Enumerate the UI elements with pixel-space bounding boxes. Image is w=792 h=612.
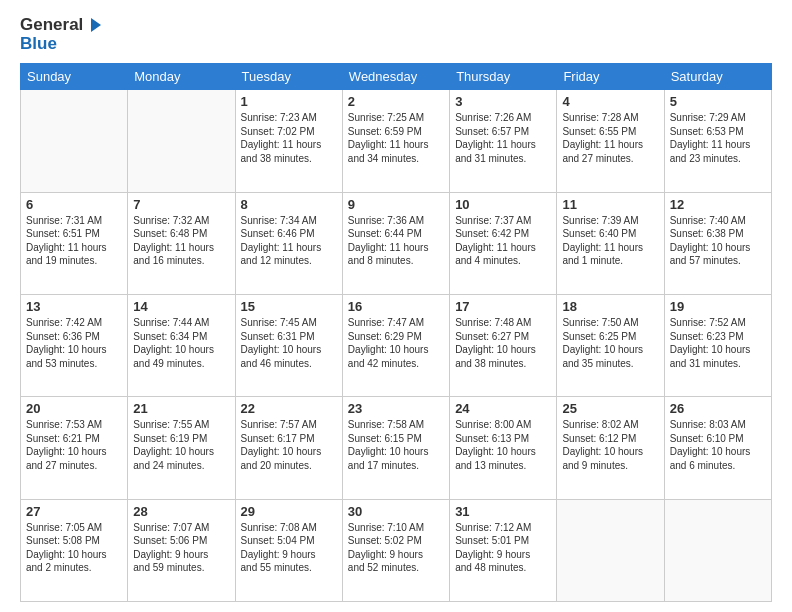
calendar-cell: 14Sunrise: 7:44 AMSunset: 6:34 PMDayligh… (128, 295, 235, 397)
day-number: 15 (241, 299, 337, 314)
day-number: 1 (241, 94, 337, 109)
day-number: 19 (670, 299, 766, 314)
calendar-cell: 13Sunrise: 7:42 AMSunset: 6:36 PMDayligh… (21, 295, 128, 397)
calendar-cell: 23Sunrise: 7:58 AMSunset: 6:15 PMDayligh… (342, 397, 449, 499)
cell-content: Sunrise: 7:10 AMSunset: 5:02 PMDaylight:… (348, 521, 444, 575)
col-header-monday: Monday (128, 64, 235, 90)
day-number: 11 (562, 197, 658, 212)
day-number: 7 (133, 197, 229, 212)
calendar-cell: 8Sunrise: 7:34 AMSunset: 6:46 PMDaylight… (235, 192, 342, 294)
cell-content: Sunrise: 7:53 AMSunset: 6:21 PMDaylight:… (26, 418, 122, 472)
cell-content: Sunrise: 7:34 AMSunset: 6:46 PMDaylight:… (241, 214, 337, 268)
day-number: 12 (670, 197, 766, 212)
cell-content: Sunrise: 7:44 AMSunset: 6:34 PMDaylight:… (133, 316, 229, 370)
logo-blue: Blue (20, 35, 103, 54)
cell-content: Sunrise: 7:45 AMSunset: 6:31 PMDaylight:… (241, 316, 337, 370)
col-header-saturday: Saturday (664, 64, 771, 90)
calendar-cell: 29Sunrise: 7:08 AMSunset: 5:04 PMDayligh… (235, 499, 342, 601)
cell-content: Sunrise: 7:26 AMSunset: 6:57 PMDaylight:… (455, 111, 551, 165)
day-number: 30 (348, 504, 444, 519)
calendar-cell: 10Sunrise: 7:37 AMSunset: 6:42 PMDayligh… (450, 192, 557, 294)
day-number: 21 (133, 401, 229, 416)
cell-content: Sunrise: 7:37 AMSunset: 6:42 PMDaylight:… (455, 214, 551, 268)
calendar-cell (557, 499, 664, 601)
calendar-cell: 12Sunrise: 7:40 AMSunset: 6:38 PMDayligh… (664, 192, 771, 294)
cell-content: Sunrise: 8:02 AMSunset: 6:12 PMDaylight:… (562, 418, 658, 472)
cell-content: Sunrise: 7:39 AMSunset: 6:40 PMDaylight:… (562, 214, 658, 268)
day-number: 20 (26, 401, 122, 416)
calendar-cell: 21Sunrise: 7:55 AMSunset: 6:19 PMDayligh… (128, 397, 235, 499)
cell-content: Sunrise: 7:25 AMSunset: 6:59 PMDaylight:… (348, 111, 444, 165)
cell-content: Sunrise: 7:48 AMSunset: 6:27 PMDaylight:… (455, 316, 551, 370)
calendar-cell: 7Sunrise: 7:32 AMSunset: 6:48 PMDaylight… (128, 192, 235, 294)
day-number: 17 (455, 299, 551, 314)
col-header-thursday: Thursday (450, 64, 557, 90)
day-number: 16 (348, 299, 444, 314)
day-number: 13 (26, 299, 122, 314)
calendar-cell: 15Sunrise: 7:45 AMSunset: 6:31 PMDayligh… (235, 295, 342, 397)
day-number: 22 (241, 401, 337, 416)
calendar-cell: 27Sunrise: 7:05 AMSunset: 5:08 PMDayligh… (21, 499, 128, 601)
day-number: 8 (241, 197, 337, 212)
page: General Blue SundayMondayTuesdayWednesda… (0, 0, 792, 612)
calendar-cell: 11Sunrise: 7:39 AMSunset: 6:40 PMDayligh… (557, 192, 664, 294)
day-number: 29 (241, 504, 337, 519)
cell-content: Sunrise: 7:42 AMSunset: 6:36 PMDaylight:… (26, 316, 122, 370)
day-number: 10 (455, 197, 551, 212)
calendar-cell: 24Sunrise: 8:00 AMSunset: 6:13 PMDayligh… (450, 397, 557, 499)
calendar-cell (21, 90, 128, 192)
calendar-cell: 19Sunrise: 7:52 AMSunset: 6:23 PMDayligh… (664, 295, 771, 397)
day-number: 25 (562, 401, 658, 416)
calendar-cell: 6Sunrise: 7:31 AMSunset: 6:51 PMDaylight… (21, 192, 128, 294)
cell-content: Sunrise: 7:08 AMSunset: 5:04 PMDaylight:… (241, 521, 337, 575)
calendar-cell: 22Sunrise: 7:57 AMSunset: 6:17 PMDayligh… (235, 397, 342, 499)
cell-content: Sunrise: 7:28 AMSunset: 6:55 PMDaylight:… (562, 111, 658, 165)
calendar-table: SundayMondayTuesdayWednesdayThursdayFrid… (20, 63, 772, 602)
calendar-cell: 1Sunrise: 7:23 AMSunset: 7:02 PMDaylight… (235, 90, 342, 192)
cell-content: Sunrise: 8:00 AMSunset: 6:13 PMDaylight:… (455, 418, 551, 472)
cell-content: Sunrise: 7:32 AMSunset: 6:48 PMDaylight:… (133, 214, 229, 268)
header: General Blue (20, 16, 772, 53)
day-number: 2 (348, 94, 444, 109)
logo: General Blue (20, 16, 103, 53)
calendar-cell: 30Sunrise: 7:10 AMSunset: 5:02 PMDayligh… (342, 499, 449, 601)
cell-content: Sunrise: 7:23 AMSunset: 7:02 PMDaylight:… (241, 111, 337, 165)
day-number: 23 (348, 401, 444, 416)
cell-content: Sunrise: 7:58 AMSunset: 6:15 PMDaylight:… (348, 418, 444, 472)
calendar-cell (664, 499, 771, 601)
day-number: 26 (670, 401, 766, 416)
svg-marker-0 (91, 18, 101, 32)
day-number: 14 (133, 299, 229, 314)
calendar-cell: 28Sunrise: 7:07 AMSunset: 5:06 PMDayligh… (128, 499, 235, 601)
cell-content: Sunrise: 7:29 AMSunset: 6:53 PMDaylight:… (670, 111, 766, 165)
col-header-wednesday: Wednesday (342, 64, 449, 90)
day-number: 6 (26, 197, 122, 212)
logo-arrow-icon (85, 16, 103, 34)
day-number: 18 (562, 299, 658, 314)
calendar-cell: 31Sunrise: 7:12 AMSunset: 5:01 PMDayligh… (450, 499, 557, 601)
calendar-cell: 26Sunrise: 8:03 AMSunset: 6:10 PMDayligh… (664, 397, 771, 499)
col-header-tuesday: Tuesday (235, 64, 342, 90)
calendar-header-row: SundayMondayTuesdayWednesdayThursdayFrid… (21, 64, 772, 90)
calendar-week-3: 20Sunrise: 7:53 AMSunset: 6:21 PMDayligh… (21, 397, 772, 499)
cell-content: Sunrise: 7:57 AMSunset: 6:17 PMDaylight:… (241, 418, 337, 472)
cell-content: Sunrise: 7:50 AMSunset: 6:25 PMDaylight:… (562, 316, 658, 370)
cell-content: Sunrise: 7:47 AMSunset: 6:29 PMDaylight:… (348, 316, 444, 370)
day-number: 4 (562, 94, 658, 109)
day-number: 24 (455, 401, 551, 416)
calendar-week-1: 6Sunrise: 7:31 AMSunset: 6:51 PMDaylight… (21, 192, 772, 294)
calendar-cell: 4Sunrise: 7:28 AMSunset: 6:55 PMDaylight… (557, 90, 664, 192)
cell-content: Sunrise: 7:52 AMSunset: 6:23 PMDaylight:… (670, 316, 766, 370)
calendar-cell: 17Sunrise: 7:48 AMSunset: 6:27 PMDayligh… (450, 295, 557, 397)
calendar-cell: 5Sunrise: 7:29 AMSunset: 6:53 PMDaylight… (664, 90, 771, 192)
day-number: 31 (455, 504, 551, 519)
cell-content: Sunrise: 7:07 AMSunset: 5:06 PMDaylight:… (133, 521, 229, 575)
day-number: 5 (670, 94, 766, 109)
cell-content: Sunrise: 8:03 AMSunset: 6:10 PMDaylight:… (670, 418, 766, 472)
cell-content: Sunrise: 7:31 AMSunset: 6:51 PMDaylight:… (26, 214, 122, 268)
cell-content: Sunrise: 7:12 AMSunset: 5:01 PMDaylight:… (455, 521, 551, 575)
calendar-cell: 25Sunrise: 8:02 AMSunset: 6:12 PMDayligh… (557, 397, 664, 499)
cell-content: Sunrise: 7:05 AMSunset: 5:08 PMDaylight:… (26, 521, 122, 575)
col-header-sunday: Sunday (21, 64, 128, 90)
calendar-cell: 3Sunrise: 7:26 AMSunset: 6:57 PMDaylight… (450, 90, 557, 192)
